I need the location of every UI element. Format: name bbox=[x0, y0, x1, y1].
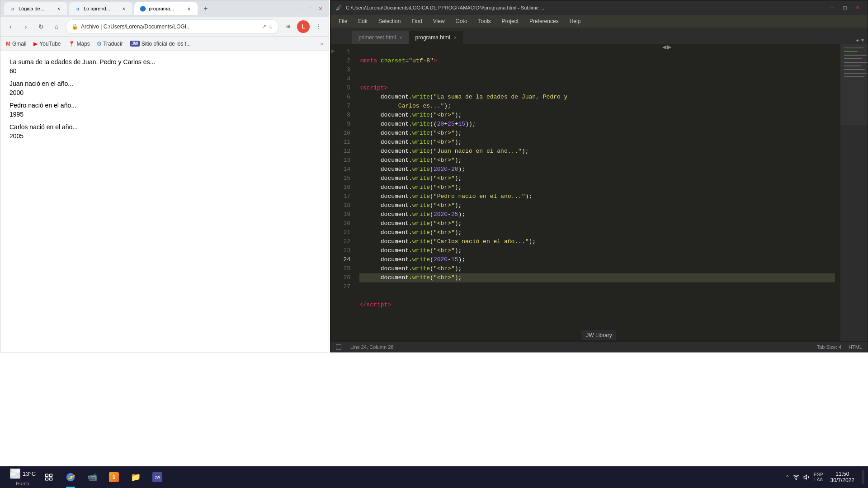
taskbar-sublime[interactable]: S bbox=[103, 466, 125, 488]
svg-point-23 bbox=[796, 479, 796, 480]
tab-prev-arrow[interactable]: ◀ bbox=[662, 44, 666, 50]
content-line7: Carlos nació en el año... bbox=[9, 123, 320, 131]
menu-find[interactable]: Find bbox=[407, 16, 426, 26]
chrome-icon bbox=[66, 472, 75, 482]
user-avatar[interactable]: L bbox=[297, 20, 310, 33]
nav-refresh-button[interactable]: ↻ bbox=[35, 20, 47, 33]
youtube-label: YouTube bbox=[39, 41, 61, 47]
tray-chevron[interactable]: ^ bbox=[786, 474, 789, 480]
nav-home-button[interactable]: ⌂ bbox=[50, 20, 63, 33]
tab2-label: programa.html bbox=[415, 34, 450, 41]
menu-tools[interactable]: Tools bbox=[474, 16, 495, 26]
bookmark-gmail[interactable]: M Gmail bbox=[6, 41, 26, 47]
svg-rect-20 bbox=[50, 478, 52, 480]
tab1-close[interactable]: × bbox=[56, 5, 62, 12]
address-text: Archivo | C:/Users/Lorena/Documents/LOGI… bbox=[81, 23, 259, 30]
bookmark-star-icon[interactable]: ☆ bbox=[268, 23, 273, 30]
tab-new-controls: + ▾ bbox=[856, 37, 868, 44]
sublime-maximize[interactable]: □ bbox=[840, 3, 849, 12]
taskbar-meet[interactable]: 📹 bbox=[81, 466, 103, 488]
translate-icon: G bbox=[97, 41, 101, 47]
taskbar-clock[interactable]: 11:50 30/7/2022 bbox=[827, 471, 858, 483]
browser-titlebar: a Lógica de... × a Lo aprend... × 🔵 prog… bbox=[0, 0, 329, 17]
jw-label: Sitio oficial de los t... bbox=[142, 41, 191, 47]
gutter-arrow: ▶ bbox=[331, 48, 335, 53]
code-editor[interactable]: <meta charset="utf-8"> <script> document… bbox=[354, 44, 840, 341]
svg-marker-24 bbox=[804, 475, 807, 479]
tab2-close-btn[interactable]: × bbox=[454, 35, 457, 40]
sublime-tab-1[interactable]: primer test.html × bbox=[352, 31, 409, 44]
jw-taskbar-icon: JW bbox=[152, 472, 162, 482]
tab1-label: primer test.html bbox=[359, 34, 396, 41]
taskbar-jw[interactable]: JW bbox=[146, 466, 168, 488]
sublime-taskbar-icon: S bbox=[109, 472, 119, 482]
menu-goto[interactable]: Goto bbox=[451, 16, 472, 26]
gmail-icon: M bbox=[6, 41, 10, 47]
menu-view[interactable]: View bbox=[429, 16, 449, 26]
menu-help[interactable]: Help bbox=[565, 16, 585, 26]
menu-file[interactable]: File bbox=[334, 16, 352, 26]
tooltip-text: JW Library bbox=[586, 332, 612, 338]
menu-selection[interactable]: Selection bbox=[374, 16, 405, 26]
line-numbers: 1 2 3 4 5 6 7 8 9 10 11 12 13 14 15 16 1… bbox=[336, 44, 354, 341]
sublime-titlebar: 🖊 C:\Users\Lorena\Documents\LOGICA DE PP… bbox=[330, 0, 868, 15]
system-tray: ^ ESP LAA 11:50 30/7/2022 bbox=[786, 470, 868, 484]
gmail-label: Gmail bbox=[12, 41, 26, 47]
content-line5: Pedro nació en el año... bbox=[9, 102, 320, 109]
browser-maximize[interactable]: □ bbox=[305, 4, 314, 13]
address-bar[interactable]: 🔒 Archivo | C:/Users/Lorena/Documents/LO… bbox=[66, 19, 279, 34]
tab-size-label: Tab Size: 4 bbox=[817, 344, 841, 350]
browser-tab-2[interactable]: a Lo aprend... × bbox=[69, 2, 132, 15]
svg-rect-19 bbox=[46, 478, 48, 480]
bookmark-maps[interactable]: 📍 Maps bbox=[68, 41, 90, 47]
status-position: Line 24, Column 28 bbox=[350, 344, 393, 350]
sublime-controls: ─ □ × bbox=[828, 3, 862, 12]
new-tab-button[interactable]: + bbox=[199, 2, 212, 15]
bookmark-youtube[interactable]: ▶ YouTube bbox=[33, 41, 61, 47]
tab2-close[interactable]: × bbox=[121, 5, 127, 12]
taskbar-apps: 📹 S 📁 JW bbox=[60, 466, 168, 488]
jw-icon: JW bbox=[130, 41, 140, 47]
sublime-close[interactable]: × bbox=[853, 3, 862, 12]
clock-time: 11:50 bbox=[830, 471, 854, 477]
nav-forward-button[interactable]: › bbox=[19, 20, 32, 33]
weather-widget[interactable]: 🌫️ 13°C Humo bbox=[0, 466, 45, 488]
browser-tab-1[interactable]: a Lógica de... × bbox=[4, 2, 67, 15]
bookmark-jw[interactable]: JW Sitio oficial de los t... bbox=[130, 41, 191, 47]
editor-area: ▶ 1 2 3 4 5 6 7 8 9 10 11 12 13 14 15 16… bbox=[330, 44, 868, 341]
browser-close[interactable]: × bbox=[316, 4, 325, 13]
tab-list-button[interactable]: ▾ bbox=[861, 37, 864, 43]
menu-preferences[interactable]: Preferences bbox=[525, 16, 563, 26]
clock-date: 30/7/2022 bbox=[830, 477, 854, 483]
tab3-title: programa... bbox=[149, 6, 183, 11]
statusbar-right: Tab Size: 4 HTML bbox=[817, 344, 862, 350]
nav-back-button[interactable]: ‹ bbox=[4, 20, 17, 33]
temperature: 13°C bbox=[23, 470, 36, 477]
status-indicator bbox=[336, 344, 341, 350]
tab3-close[interactable]: × bbox=[186, 5, 192, 12]
minimap-svg: rx="1"/> bbox=[840, 44, 868, 225]
locale-text: ESP bbox=[814, 472, 823, 477]
browser-tab-3[interactable]: 🔵 programa... × bbox=[134, 2, 198, 15]
menu-project[interactable]: Project bbox=[497, 16, 523, 26]
bookmark-traducir[interactable]: G Traducir bbox=[97, 41, 123, 47]
tab1-close-btn[interactable]: × bbox=[400, 35, 402, 40]
sublime-minimize[interactable]: ─ bbox=[828, 3, 837, 12]
wifi-icon bbox=[793, 474, 800, 481]
show-desktop-button[interactable] bbox=[862, 470, 864, 484]
lock-icon: 🔒 bbox=[71, 23, 78, 30]
nav-more-button[interactable]: ⋮ bbox=[312, 20, 325, 33]
sublime-tab-2[interactable]: programa.html × bbox=[409, 31, 463, 44]
bookmarks-more-button[interactable]: » bbox=[320, 41, 323, 47]
nav-tab-menu-button[interactable]: ⊞ bbox=[282, 20, 294, 33]
tab-next-arrow[interactable]: ▶ bbox=[667, 44, 671, 50]
taskbar-explorer[interactable]: 📁 bbox=[125, 466, 146, 488]
task-view-icon bbox=[45, 473, 53, 481]
new-tab-sublime-button[interactable]: + bbox=[856, 37, 859, 44]
youtube-icon: ▶ bbox=[33, 41, 38, 47]
taskbar-chrome[interactable] bbox=[60, 466, 81, 488]
maps-label: Maps bbox=[77, 41, 90, 47]
content-line4: 2000 bbox=[9, 89, 320, 96]
menu-edit[interactable]: Edit bbox=[354, 16, 372, 26]
browser-minimize[interactable]: ─ bbox=[294, 4, 303, 13]
